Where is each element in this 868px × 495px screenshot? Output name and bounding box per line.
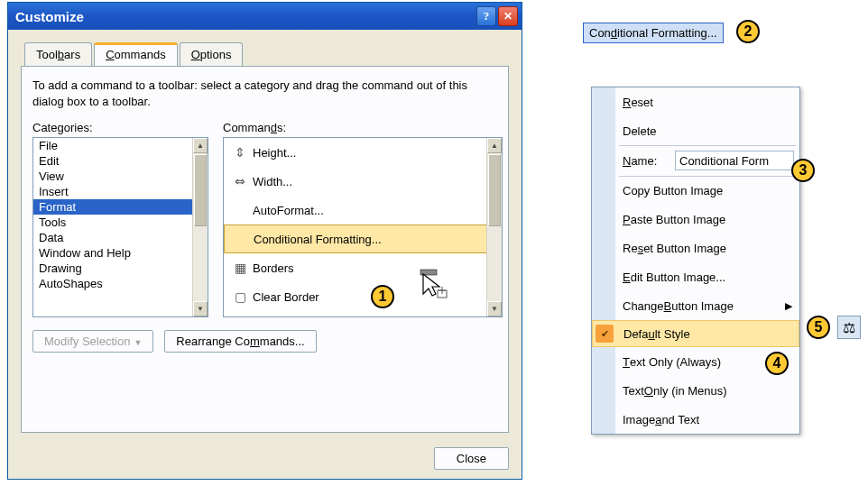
- menu-text-only-menus[interactable]: Text Only (in Menus): [592, 376, 799, 405]
- categories-listbox[interactable]: File Edit View Insert Format Tools Data …: [32, 137, 208, 317]
- command-label: Conditional Formatting...: [254, 233, 382, 246]
- category-item[interactable]: AutoShapes: [33, 276, 208, 291]
- clear-border-icon: ▢: [227, 289, 253, 304]
- category-item[interactable]: View: [33, 169, 208, 184]
- command-label: Clear Border: [253, 290, 319, 304]
- borders-icon: ▦: [227, 261, 253, 275]
- hint-text: To add a command to a toolbar: select a …: [32, 78, 497, 110]
- callout-3: 3: [791, 159, 815, 182]
- scroll-track[interactable]: [193, 227, 208, 301]
- command-item[interactable]: AutoFormat...: [224, 196, 502, 225]
- menu-label: Copy Button Image: [623, 184, 723, 197]
- command-item[interactable]: ▦ Borders ▶: [224, 253, 502, 282]
- name-input[interactable]: [675, 151, 794, 170]
- category-item[interactable]: Tools: [33, 215, 208, 230]
- category-item[interactable]: File: [33, 138, 208, 153]
- scrollbar[interactable]: ▲ ▼: [192, 138, 208, 316]
- command-item-selected[interactable]: Conditional Formatting...: [224, 225, 502, 253]
- help-button[interactable]: ?: [476, 6, 496, 26]
- button-context-menu: Reset Delete Name: Copy Button Image Pas…: [591, 87, 800, 435]
- close-button[interactable]: Close: [434, 447, 509, 470]
- commands-label: Commands:: [223, 121, 503, 134]
- button-label: Conditional Formatting...: [589, 26, 717, 40]
- customize-dialog: Customize ? ✕ Toolbars Commands Options …: [7, 2, 522, 480]
- width-icon: ⇔: [227, 174, 253, 188]
- category-item-selected[interactable]: Format: [33, 199, 208, 215]
- scales-icon: ⚖: [843, 319, 855, 336]
- scroll-up-button[interactable]: ▲: [487, 138, 502, 153]
- name-label: Name:: [623, 154, 657, 168]
- scroll-thumb[interactable]: [488, 154, 501, 226]
- menu-reset[interactable]: Reset: [592, 87, 799, 116]
- dialog-title: Customize: [15, 9, 475, 24]
- scrollbar[interactable]: ▲ ▼: [486, 138, 502, 316]
- command-item[interactable]: ⇕ Height...: [224, 138, 502, 167]
- commands-listbox[interactable]: ⇕ Height... ⇔ Width... AutoFormat... Con…: [223, 137, 503, 317]
- category-item[interactable]: Data: [33, 230, 208, 245]
- command-label: AutoFormat...: [253, 204, 324, 217]
- menu-image-and-text[interactable]: Image and Text: [592, 405, 799, 434]
- menu-name-row: Name:: [592, 145, 799, 176]
- check-icon: ✔: [596, 325, 614, 343]
- category-item[interactable]: Insert: [33, 184, 208, 199]
- menu-copy-button-image[interactable]: Copy Button Image: [592, 176, 799, 205]
- menu-paste-button-image[interactable]: Paste Button Image: [592, 205, 799, 234]
- tab-options[interactable]: Options: [180, 42, 244, 66]
- categories-label: Categories:: [32, 121, 208, 134]
- submenu-arrow-icon: ▶: [785, 300, 792, 312]
- scroll-track[interactable]: [487, 227, 502, 301]
- menu-change-button-image[interactable]: Change Button Image▶: [592, 291, 799, 320]
- menu-reset-button-image[interactable]: Reset Button Image: [592, 234, 799, 262]
- titlebar[interactable]: Customize ? ✕: [8, 3, 522, 30]
- modify-selection-button[interactable]: Modify Selection▼: [32, 330, 153, 353]
- button-label: Rearrange Commands...: [176, 335, 304, 348]
- scroll-down-button[interactable]: ▼: [487, 301, 502, 316]
- callout-2: 2: [736, 20, 760, 43]
- dialog-footer: Close: [8, 442, 522, 479]
- category-item[interactable]: Window and Help: [33, 245, 208, 261]
- close-x-button[interactable]: ✕: [498, 6, 518, 26]
- scales-icon-button[interactable]: ⚖: [837, 316, 861, 339]
- callout-5: 5: [807, 316, 830, 339]
- menu-edit-button-image[interactable]: Edit Button Image...: [592, 262, 799, 291]
- command-label: Height...: [253, 146, 296, 160]
- conditional-formatting-toolbar-button[interactable]: Conditional Formatting...: [583, 23, 724, 43]
- rearrange-commands-button[interactable]: Rearrange Commands...: [164, 330, 316, 353]
- command-item[interactable]: ▢ Clear Border: [224, 282, 502, 311]
- height-icon: ⇕: [227, 145, 253, 160]
- category-item[interactable]: Edit: [33, 153, 208, 169]
- scroll-up-button[interactable]: ▲: [193, 138, 208, 153]
- menu-default-style[interactable]: ✔ Default Style: [592, 320, 799, 347]
- scroll-down-button[interactable]: ▼: [193, 301, 208, 316]
- tab-toolbars[interactable]: Toolbars: [24, 42, 92, 66]
- tab-commands[interactable]: Commands: [94, 42, 177, 66]
- tab-panel-commands: To add a command to a toolbar: select a …: [21, 66, 509, 433]
- callout-1: 1: [371, 285, 394, 308]
- command-label: Width...: [253, 175, 292, 188]
- tabstrip: Toolbars Commands Options: [8, 30, 522, 66]
- menu-delete[interactable]: Delete: [592, 116, 799, 145]
- button-label: Modify Selection: [44, 335, 130, 348]
- menu-label: Delete: [623, 124, 657, 138]
- scroll-thumb[interactable]: [194, 154, 207, 226]
- callout-4: 4: [765, 352, 789, 375]
- category-item[interactable]: Drawing: [33, 261, 208, 276]
- command-label: Borders: [253, 261, 294, 275]
- command-item[interactable]: ⇔ Width...: [224, 167, 502, 196]
